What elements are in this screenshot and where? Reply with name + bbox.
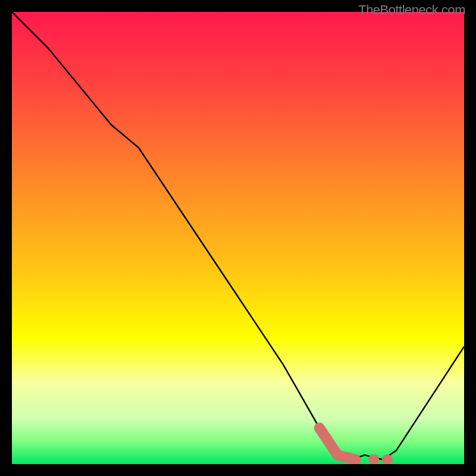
chart-plot [12, 12, 464, 464]
gradient-background [12, 12, 464, 464]
chart-canvas [12, 12, 464, 464]
watermark-label: TheBottleneck.com [358, 2, 465, 18]
